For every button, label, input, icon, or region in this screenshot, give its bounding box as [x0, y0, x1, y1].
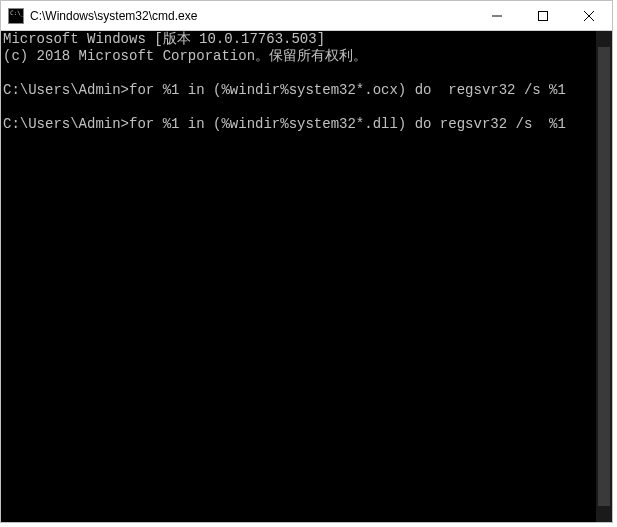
minimize-icon: [492, 11, 502, 21]
maximize-button[interactable]: [520, 1, 566, 30]
close-button[interactable]: [566, 1, 612, 30]
scrollbar[interactable]: [596, 31, 612, 522]
scrollbar-track[interactable]: [596, 47, 612, 506]
window-controls: [474, 1, 612, 30]
cmd-window: C:\Windows\system32\cmd.exe Microsoft Wi…: [0, 0, 613, 523]
titlebar[interactable]: C:\Windows\system32\cmd.exe: [1, 1, 612, 31]
svg-rect-1: [539, 11, 548, 20]
terminal-output: Microsoft Windows [版本 10.0.17763.503] (c…: [3, 31, 610, 133]
close-icon: [584, 11, 594, 21]
app-icon: [8, 8, 24, 24]
maximize-icon: [538, 11, 548, 21]
scrollbar-thumb[interactable]: [598, 47, 610, 506]
window-title: C:\Windows\system32\cmd.exe: [30, 9, 197, 23]
minimize-button[interactable]: [474, 1, 520, 30]
terminal-area[interactable]: Microsoft Windows [版本 10.0.17763.503] (c…: [1, 31, 612, 522]
